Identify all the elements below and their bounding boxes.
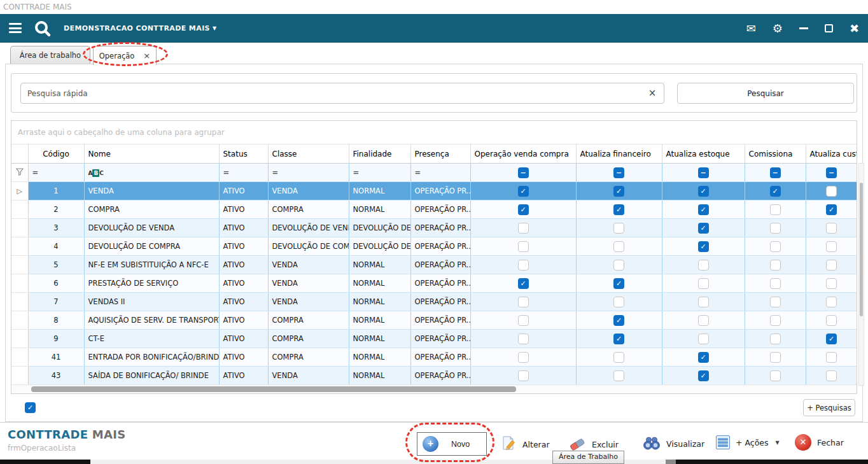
- search-icon[interactable]: [33, 19, 52, 41]
- checkbox-checked[interactable]: ✓: [698, 352, 709, 363]
- filter-cell[interactable]: =: [28, 164, 84, 182]
- checkbox-unchecked[interactable]: [770, 223, 781, 234]
- checkbox-checked[interactable]: ✓: [698, 186, 709, 197]
- checkbox-unchecked[interactable]: [770, 370, 781, 381]
- checkbox-unchecked[interactable]: [518, 297, 529, 307]
- cell-checkbox[interactable]: [576, 219, 662, 237]
- cell-classe[interactable]: COMPRA: [268, 200, 349, 219]
- fechar-button[interactable]: ✕ Fechar: [795, 434, 844, 451]
- checkbox-unchecked[interactable]: [518, 223, 529, 234]
- cell-presenca[interactable]: OPERAÇÃO PR...: [410, 348, 470, 367]
- checkbox-checked[interactable]: ✓: [613, 204, 624, 215]
- cell-status[interactable]: ATIVO: [219, 330, 268, 348]
- footer-select-checkbox[interactable]: ✓: [25, 401, 36, 413]
- table-row[interactable]: 43SAÍDA DE BONIFICAÇÃO/ BRINDEATIVOVENDA…: [11, 367, 857, 385]
- cell-status[interactable]: ATIVO: [219, 348, 268, 367]
- checkbox-unchecked[interactable]: [826, 186, 837, 197]
- filter-cell[interactable]: −: [745, 164, 806, 182]
- cell-classe[interactable]: DEVOLUÇÃO DE VENDA: [268, 219, 349, 237]
- cell-presenca[interactable]: OPERAÇÃO PR...: [410, 311, 470, 330]
- cell-status[interactable]: ATIVO: [219, 182, 268, 200]
- cell-checkbox[interactable]: [662, 256, 745, 274]
- tab-area-de-trabalho[interactable]: Área de trabalho: [10, 46, 90, 64]
- filter-cell[interactable]: =: [219, 164, 268, 182]
- col-atualiza-custo[interactable]: Atualiza custo: [806, 144, 857, 164]
- cell-classe[interactable]: COMPRA: [268, 311, 349, 330]
- cell-status[interactable]: ATIVO: [219, 367, 268, 385]
- cell-checkbox[interactable]: ✓: [576, 274, 662, 293]
- cell-status[interactable]: ATIVO: [219, 274, 268, 293]
- cell-nome[interactable]: PRESTAÇÃO DE SERVIÇO: [84, 274, 219, 293]
- cell-checkbox[interactable]: ✓: [662, 348, 745, 367]
- checkbox-unchecked[interactable]: [698, 297, 709, 307]
- cell-nome[interactable]: DEVOLUÇÃO DE COMPRA: [84, 237, 219, 256]
- cell-classe[interactable]: VENDA: [268, 367, 349, 385]
- cell-classe[interactable]: DEVOLUÇÃO DE COMP...: [268, 237, 349, 256]
- cell-checkbox[interactable]: [745, 367, 806, 385]
- cell-checkbox[interactable]: [745, 219, 806, 237]
- col-codigo[interactable]: Código: [28, 144, 84, 164]
- cell-finalidade[interactable]: DEVOLUÇÃO DE ...: [349, 237, 410, 256]
- checkbox-checked[interactable]: ✓: [698, 223, 709, 234]
- cell-codigo[interactable]: 8: [28, 311, 84, 330]
- checkbox-unchecked[interactable]: [770, 352, 781, 363]
- table-row[interactable]: 7VENDAS IIATIVOVENDANORMALOPERAÇÃO PR...: [11, 293, 857, 311]
- cell-checkbox[interactable]: ✓: [470, 182, 576, 200]
- checkbox-unchecked[interactable]: [613, 260, 624, 271]
- cell-finalidade[interactable]: NORMAL: [349, 367, 410, 385]
- cell-checkbox[interactable]: [662, 293, 745, 311]
- cell-nome[interactable]: DEVOLUÇÃO DE VENDA: [84, 219, 219, 237]
- cell-checkbox[interactable]: [470, 256, 576, 274]
- table-row[interactable]: 8AQUISIÇÃO DE SERV. DE TRANSPORTEATIVOCO…: [11, 311, 857, 330]
- cell-checkbox[interactable]: [745, 237, 806, 256]
- cell-nome[interactable]: CT-E: [84, 330, 219, 348]
- checkbox-indeterminate[interactable]: −: [613, 167, 624, 178]
- alterar-button[interactable]: Alterar: [500, 435, 550, 454]
- cell-checkbox[interactable]: [745, 330, 806, 348]
- cell-checkbox[interactable]: [745, 256, 806, 274]
- col-status[interactable]: Status: [219, 144, 268, 164]
- cell-checkbox[interactable]: ✓: [662, 182, 745, 200]
- checkbox-unchecked[interactable]: [518, 370, 529, 381]
- cell-codigo[interactable]: 5: [28, 256, 84, 274]
- cell-checkbox[interactable]: [662, 274, 745, 293]
- pesquisas-button[interactable]: + Pesquisas: [803, 399, 855, 416]
- cell-checkbox[interactable]: [470, 330, 576, 348]
- checkbox-unchecked[interactable]: [518, 241, 529, 252]
- checkbox-unchecked[interactable]: [826, 315, 837, 326]
- cell-codigo[interactable]: 1: [28, 182, 84, 200]
- table-row[interactable]: ▷1VENDAATIVOVENDANORMALOPERAÇÃO PR...✓✓✓…: [11, 182, 857, 200]
- cell-checkbox[interactable]: [576, 256, 662, 274]
- cell-checkbox[interactable]: [576, 237, 662, 256]
- checkbox-unchecked[interactable]: [826, 297, 837, 307]
- cell-nome[interactable]: NF-E EM SUBISTITUIÇÃO A NFC-E: [84, 256, 219, 274]
- cell-finalidade[interactable]: NORMAL: [349, 348, 410, 367]
- cell-checkbox[interactable]: ✓: [470, 200, 576, 219]
- minimize-button[interactable]: [799, 27, 808, 29]
- checkbox-unchecked[interactable]: [826, 370, 837, 381]
- table-row[interactable]: 6PRESTAÇÃO DE SERVIÇOATIVOVENDANORMALOPE…: [11, 274, 857, 293]
- cell-codigo[interactable]: 43: [28, 367, 84, 385]
- cell-codigo[interactable]: 9: [28, 330, 84, 348]
- cell-finalidade[interactable]: NORMAL: [349, 311, 410, 330]
- table-row[interactable]: 2COMPRAATIVOCOMPRANORMALOPERAÇÃO PR...✓✓…: [11, 200, 857, 219]
- cell-checkbox[interactable]: ✓: [576, 330, 662, 348]
- cell-nome[interactable]: VENDA: [84, 182, 219, 200]
- cell-checkbox[interactable]: ✓: [662, 200, 745, 219]
- cell-checkbox[interactable]: [806, 219, 857, 237]
- cell-finalidade[interactable]: NORMAL: [349, 293, 410, 311]
- table-row[interactable]: 9CT-EATIVOCOMPRANORMALOPERAÇÃO PR...✓✓: [11, 330, 857, 348]
- cell-checkbox[interactable]: [806, 348, 857, 367]
- cell-status[interactable]: ATIVO: [219, 237, 268, 256]
- cell-finalidade[interactable]: NORMAL: [349, 182, 410, 200]
- col-atualiza-estoque[interactable]: Atualiza estoque: [662, 144, 745, 164]
- cell-checkbox[interactable]: [745, 311, 806, 330]
- checkbox-checked[interactable]: ✓: [613, 334, 624, 344]
- col-finalidade[interactable]: Finalidade: [349, 144, 410, 164]
- checkbox-checked[interactable]: ✓: [613, 278, 624, 289]
- checkbox-indeterminate[interactable]: −: [826, 167, 837, 178]
- cell-codigo[interactable]: 7: [28, 293, 84, 311]
- cell-status[interactable]: ATIVO: [219, 256, 268, 274]
- company-selector[interactable]: DEMONSTRACAO CONTTRADE MAIS▼: [64, 24, 217, 32]
- cell-presenca[interactable]: OPERAÇÃO PR...: [410, 219, 470, 237]
